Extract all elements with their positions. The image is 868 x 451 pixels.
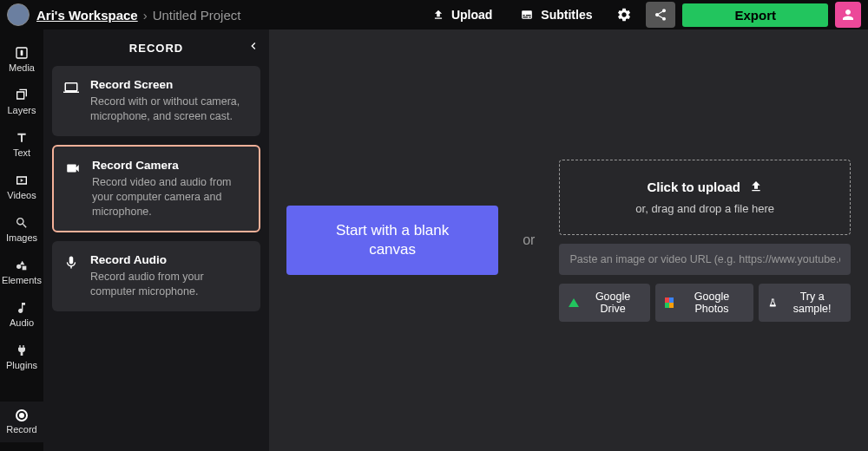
nav-text[interactable]: Text [0, 123, 43, 166]
nav-images-label: Images [6, 232, 37, 243]
flask-icon [768, 297, 778, 309]
try-sample-label: Try a sample! [783, 291, 841, 315]
record-camera-card[interactable]: Record Camera Record video and audio fro… [52, 145, 260, 233]
app-header: Ari's Workspace › Untitled Project Uploa… [0, 0, 868, 29]
project-name[interactable]: Untitled Project [153, 8, 241, 23]
google-photos-button[interactable]: Google Photos [655, 284, 753, 322]
nav-elements[interactable]: Elements [0, 251, 43, 293]
record-screen-title: Record Screen [90, 78, 250, 91]
or-divider: or [523, 232, 535, 248]
nav-plugins[interactable]: Plugins [0, 336, 43, 378]
nav-media[interactable]: Media [0, 38, 43, 81]
upload-column: Click to upload or, drag and drop a file… [559, 160, 851, 322]
shapes-icon [15, 258, 29, 272]
media-icon [15, 46, 29, 60]
nav-layers[interactable]: Layers [0, 81, 43, 123]
svg-point-0 [16, 265, 21, 269]
upload-button[interactable]: Upload [422, 3, 503, 27]
record-camera-title: Record Camera [92, 159, 248, 172]
url-input[interactable] [559, 244, 851, 275]
videos-icon [15, 173, 29, 187]
nav-images[interactable]: Images [0, 208, 43, 251]
upload-dropzone[interactable]: Click to upload or, drag and drop a file… [559, 160, 851, 235]
subtitles-button[interactable]: Subtitles [510, 3, 602, 27]
panel-collapse-button[interactable] [247, 39, 260, 56]
profile-button[interactable] [835, 2, 861, 28]
export-button[interactable]: Export [682, 3, 828, 27]
record-screen-card[interactable]: Record Screen Record with or without cam… [52, 66, 260, 136]
subtitles-label: Subtitles [541, 8, 592, 22]
record-audio-card[interactable]: Record Audio Record audio from your comp… [52, 241, 260, 311]
google-drive-button[interactable]: Google Drive [559, 284, 649, 322]
nav-record[interactable]: Record [0, 402, 43, 442]
mic-icon [62, 253, 80, 299]
nav-videos-label: Videos [7, 190, 36, 200]
share-button[interactable] [646, 2, 675, 28]
panel-title: RECORD [129, 42, 183, 55]
record-screen-desc: Record with or without camera, microphon… [90, 95, 250, 124]
text-icon [15, 131, 29, 145]
breadcrumb-separator: › [143, 8, 148, 23]
google-drive-label: Google Drive [585, 291, 640, 315]
try-sample-button[interactable]: Try a sample! [759, 284, 851, 322]
source-chips: Google Drive Google Photos Try a sample! [559, 284, 851, 322]
chevron-left-icon [247, 39, 260, 53]
search-icon [15, 216, 29, 230]
note-icon [15, 301, 29, 315]
left-nav-rail: Media Layers Text Videos Images Elements [0, 29, 43, 451]
record-icon [16, 409, 28, 422]
breadcrumb: Ari's Workspace › Untitled Project [36, 8, 240, 23]
settings-button[interactable] [609, 2, 639, 28]
panel-header: RECORD [43, 29, 269, 66]
gear-icon [616, 7, 632, 23]
upload-icon [432, 9, 444, 21]
dropzone-subtitle: or, drag and drop a file here [574, 202, 836, 215]
google-photos-label: Google Photos [680, 291, 743, 315]
screen-icon [62, 78, 80, 124]
google-photos-icon [665, 297, 674, 308]
nav-text-label: Text [13, 147, 30, 158]
google-drive-icon [569, 298, 579, 307]
subtitles-icon [520, 9, 534, 21]
nav-videos[interactable]: Videos [0, 166, 43, 208]
workspace-avatar[interactable] [7, 3, 30, 26]
layers-icon [15, 88, 29, 102]
plug-icon [15, 343, 29, 357]
nav-audio-label: Audio [10, 317, 34, 328]
person-icon [840, 7, 856, 23]
share-icon [654, 8, 667, 22]
nav-elements-label: Elements [2, 275, 42, 285]
upload-label: Upload [451, 8, 492, 22]
upload-icon [749, 180, 763, 193]
record-audio-title: Record Audio [90, 253, 250, 266]
nav-plugins-label: Plugins [6, 360, 37, 370]
nav-layers-label: Layers [7, 105, 36, 115]
blank-canvas-button[interactable]: Start with a blank canvas [286, 206, 498, 275]
record-camera-desc: Record video and audio from your compute… [92, 175, 248, 219]
nav-audio[interactable]: Audio [0, 293, 43, 336]
canvas-area: Start with a blank canvas or Click to up… [269, 29, 868, 451]
record-panel: RECORD Record Screen Record with or with… [43, 29, 269, 451]
record-audio-desc: Record audio from your computer micropho… [90, 270, 250, 299]
camera-icon [64, 159, 82, 219]
dropzone-title: Click to upload [647, 180, 740, 194]
svg-rect-1 [23, 266, 27, 271]
nav-record-label: Record [6, 424, 36, 435]
nav-media-label: Media [9, 62, 35, 73]
workspace-link[interactable]: Ari's Workspace [36, 8, 138, 23]
